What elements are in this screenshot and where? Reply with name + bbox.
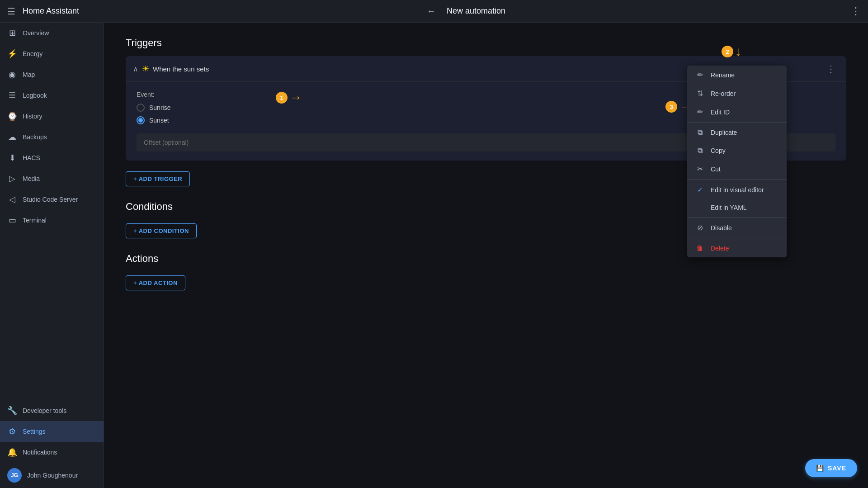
settings-icon: ⚙: [7, 426, 17, 436]
sidebar-item-map[interactable]: ◉ Map: [0, 64, 104, 85]
context-menu-delete[interactable]: 🗑 Delete: [687, 239, 787, 257]
main-content: 1 → 2 ↓ 3 → Triggers ∧ ☀ When the sun se…: [104, 23, 868, 488]
radio-circle-sunrise: [137, 104, 145, 112]
cut-icon: ✂: [695, 165, 704, 173]
trigger-more-button[interactable]: ⋮: [823, 62, 839, 76]
sidebar-item-terminal[interactable]: ▭ Terminal: [0, 210, 104, 231]
sidebar-item-energy[interactable]: ⚡ Energy: [0, 43, 104, 64]
media-icon: ▷: [7, 174, 17, 184]
copy-icon: ⧉: [695, 147, 704, 155]
sidebar-item-history[interactable]: ⌚ History: [0, 106, 104, 127]
sidebar-label-hacs: HACS: [23, 154, 40, 161]
disable-label: Disable: [711, 224, 732, 232]
sidebar-label-developer-tools: Developer tools: [23, 407, 66, 414]
reorder-icon: ⇅: [695, 89, 704, 98]
radio-circle-sunset: [137, 116, 145, 124]
sidebar-label-history: History: [23, 113, 42, 120]
app-title: Home Assistant: [23, 6, 427, 16]
context-menu-edit-id[interactable]: ✏ Edit ID: [687, 103, 787, 121]
sun-icon: ☀: [142, 64, 149, 74]
rename-label: Rename: [711, 71, 735, 79]
triggers-title: Triggers: [126, 37, 846, 49]
map-icon: ◉: [7, 70, 17, 80]
reorder-label: Re-order: [711, 90, 736, 97]
trigger-collapse-button[interactable]: ∧: [133, 65, 138, 73]
sidebar-label-logbook: Logbook: [23, 92, 47, 99]
context-menu-duplicate[interactable]: ⧉ Duplicate: [687, 123, 787, 142]
sidebar: ⊞ Overview ⚡ Energy ◉ Map ☰ Logbook ⌚ Hi…: [0, 23, 104, 488]
sidebar-bottom: 🔧 Developer tools ⚙ Settings 🔔 Notificat…: [0, 400, 104, 488]
logbook-icon: ☰: [7, 90, 17, 100]
sidebar-item-logbook[interactable]: ☰ Logbook: [0, 85, 104, 106]
page-title: New automation: [447, 6, 851, 16]
sidebar-label-overview: Overview: [23, 29, 49, 37]
studio-code-icon: ◁: [7, 194, 17, 204]
context-menu-disable[interactable]: ⊘ Disable: [687, 218, 787, 237]
overview-icon: ⊞: [7, 28, 17, 38]
duplicate-label: Duplicate: [711, 129, 737, 136]
sidebar-item-studio-code[interactable]: ◁ Studio Code Server: [0, 189, 104, 210]
avatar: JG: [7, 468, 22, 483]
menu-divider-4: [687, 238, 787, 238]
sidebar-item-overview[interactable]: ⊞ Overview: [0, 23, 104, 43]
cut-label: Cut: [711, 166, 721, 173]
add-action-button[interactable]: + ADD ACTION: [126, 275, 185, 290]
sidebar-label-map: Map: [23, 71, 35, 78]
rename-icon: ✏: [695, 71, 704, 79]
copy-label: Copy: [711, 147, 726, 154]
sidebar-label-media: Media: [23, 175, 40, 182]
back-button[interactable]: ←: [427, 6, 436, 16]
delete-label: Delete: [711, 245, 729, 252]
sidebar-label-terminal: Terminal: [23, 217, 47, 224]
sidebar-label-studio-code: Studio Code Server: [23, 196, 78, 203]
topbar-more-button[interactable]: ⋮: [851, 5, 861, 17]
sidebar-label-backups: Backups: [23, 133, 47, 141]
save-button[interactable]: 💾 SAVE: [805, 459, 857, 477]
menu-divider-3: [687, 217, 787, 218]
sidebar-item-hacs[interactable]: ⬇ HACS: [0, 147, 104, 168]
sidebar-item-backups[interactable]: ☁ Backups: [0, 127, 104, 147]
hamburger-icon[interactable]: ☰: [7, 6, 15, 17]
layout: ⊞ Overview ⚡ Energy ◉ Map ☰ Logbook ⌚ Hi…: [0, 23, 868, 488]
delete-icon: 🗑: [695, 244, 704, 252]
add-condition-button[interactable]: + ADD CONDITION: [126, 223, 197, 238]
radio-label-sunrise: Sunrise: [149, 104, 170, 111]
context-menu-edit-visual[interactable]: ✓ Edit in visual editor: [687, 180, 787, 199]
notifications-icon: 🔔: [7, 447, 17, 457]
history-icon: ⌚: [7, 111, 17, 121]
context-menu: ✏ Rename ⇅ Re-order ✏ Edit ID ⧉ Duplicat…: [687, 66, 787, 257]
edit-visual-label: Edit in visual editor: [711, 186, 764, 194]
sidebar-item-developer-tools[interactable]: 🔧 Developer tools: [0, 400, 104, 421]
terminal-icon: ▭: [7, 215, 17, 225]
hacs-icon: ⬇: [7, 153, 17, 163]
sidebar-item-user[interactable]: JG John Goughenour: [0, 463, 104, 488]
context-menu-reorder[interactable]: ⇅ Re-order: [687, 84, 787, 103]
duplicate-icon: ⧉: [695, 128, 704, 137]
backups-icon: ☁: [7, 132, 17, 142]
sidebar-label-notifications: Notifications: [23, 449, 57, 456]
save-icon: 💾: [816, 464, 824, 472]
edit-id-icon: ✏: [695, 108, 704, 116]
sidebar-item-notifications[interactable]: 🔔 Notifications: [0, 442, 104, 463]
menu-divider-1: [687, 122, 787, 123]
disable-icon: ⊘: [695, 223, 704, 232]
developer-tools-icon: 🔧: [7, 406, 17, 416]
radio-label-sunset: Sunset: [149, 117, 169, 124]
edit-id-label: Edit ID: [711, 109, 730, 116]
sidebar-label-settings: Settings: [23, 428, 46, 435]
trigger-header-right: ⋮: [823, 62, 839, 76]
save-label: SAVE: [828, 464, 846, 472]
context-menu-rename[interactable]: ✏ Rename: [687, 66, 787, 84]
check-icon: ✓: [695, 185, 704, 194]
context-menu-cut[interactable]: ✂ Cut: [687, 160, 787, 178]
energy-icon: ⚡: [7, 49, 17, 59]
sidebar-item-settings[interactable]: ⚙ Settings: [0, 421, 104, 442]
context-menu-edit-yaml[interactable]: Edit in YAML: [687, 199, 787, 216]
edit-yaml-label: Edit in YAML: [711, 204, 747, 211]
context-menu-copy[interactable]: ⧉ Copy: [687, 142, 787, 160]
sidebar-item-media[interactable]: ▷ Media: [0, 168, 104, 189]
sidebar-user-name: John Goughenour: [27, 472, 78, 479]
add-trigger-button[interactable]: + ADD TRIGGER: [126, 171, 190, 186]
topbar: ☰ Home Assistant ← New automation ⋮: [0, 0, 868, 23]
sidebar-label-energy: Energy: [23, 50, 42, 57]
